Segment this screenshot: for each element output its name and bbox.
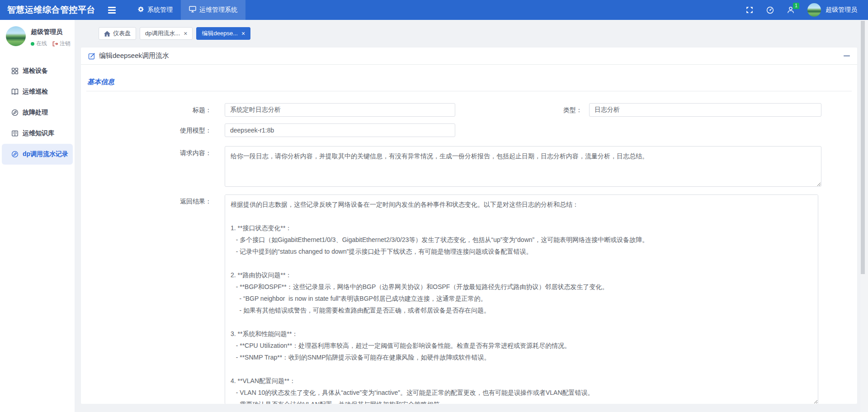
section-title-basic-info: 基本信息 (86, 65, 852, 91)
navbar-right: 1 超级管理员 (746, 3, 857, 17)
notifications-button[interactable]: 1 (787, 6, 794, 14)
close-icon[interactable]: × (241, 30, 245, 37)
dashboard-gauge-icon[interactable] (766, 6, 774, 14)
knowledge-book-icon (11, 130, 19, 137)
page-scrollbar (860, 20, 868, 412)
sidebar-item-knowledge-base[interactable]: 运维知识库 (0, 123, 75, 144)
app-title: 智慧运维综合管控平台 (7, 4, 95, 16)
tab-dashboard[interactable]: 仪表盘 (99, 27, 136, 40)
gear-icon (137, 6, 144, 14)
collapse-panel-icon[interactable] (844, 55, 850, 57)
result-label: 返回结果： (86, 194, 225, 208)
edit-icon (88, 52, 95, 60)
sidebar-username: 超级管理员 (31, 28, 71, 36)
top-navbar: 智慧运维综合管控平台 系统管理 运维管理系统 1 超级管理员 (0, 0, 868, 20)
sidebar-item-ops-inspection[interactable]: 运维巡检 (0, 81, 75, 102)
page-scrollbar-thumb[interactable] (861, 21, 865, 274)
online-status-dot (31, 42, 34, 46)
sidebar-item-inspection-devices[interactable]: 巡检设备 (0, 61, 75, 81)
tab-label: 仪表盘 (113, 29, 131, 38)
logout-icon (52, 41, 58, 47)
request-content-textarea[interactable]: 给你一段日志，请你分析内容，并提取其中的关键信息，有没有异常情况，生成一份分析报… (225, 146, 821, 187)
panel-header: 编辑deepseek调用流水 (81, 47, 857, 65)
hamburger-menu-icon[interactable] (106, 5, 118, 15)
sidebar-menu: 巡检设备 运维巡检 故障处理 运维知识库 dp调用流水记录 (0, 61, 75, 165)
result-content-textarea[interactable]: 根据提供的日志数据，这些记录反映了网络设备在一定时间内发生的各种事件和状态变化。… (225, 194, 818, 404)
type-label: 类型： (455, 103, 589, 117)
circle-pen-icon (11, 109, 19, 116)
title-label: 标题： (86, 103, 225, 117)
model-label: 使用模型： (86, 123, 225, 137)
model-input[interactable] (225, 123, 455, 137)
edit-form: 标题： 类型： 使用模型： 请求内容： 给你一段日志，请你分析内容，并提取其中的… (86, 103, 857, 404)
panel-body: 基本信息 标题： 类型： 使用模型： 请求内容： 给你一段日志，请你分析内容，并… (81, 65, 857, 404)
title-input[interactable] (225, 103, 455, 117)
tab-edit-deepseek[interactable]: 编辑deepse... × (196, 27, 250, 40)
sidebar-item-label: 运维巡检 (23, 88, 48, 96)
tab-label: dp调用流水... (145, 29, 180, 38)
sidebar-item-label: 故障处理 (23, 109, 48, 117)
sidebar-item-fault-handling[interactable]: 故障处理 (0, 102, 75, 123)
panel-title: 编辑deepseek调用流水 (99, 52, 169, 60)
sidebar: 超级管理员 在线 注销 巡检设备 运维巡检 故障处理 运维知识 (0, 20, 75, 412)
nav-item-system-management[interactable]: 系统管理 (129, 0, 181, 20)
sidebar-user-card: 超级管理员 在线 注销 (0, 20, 75, 54)
logout-label: 注销 (60, 40, 71, 47)
tab-dp-call-records[interactable]: dp调用流水... × (140, 27, 193, 40)
avatar (807, 3, 821, 17)
notification-badge: 1 (793, 3, 799, 9)
top-menu: 系统管理 运维管理系统 (129, 0, 245, 20)
close-icon[interactable]: × (184, 30, 187, 37)
online-status-label: 在线 (36, 40, 47, 47)
open-book-icon (11, 88, 19, 95)
nav-item-ops-management[interactable]: 运维管理系统 (181, 0, 245, 20)
avatar (6, 26, 26, 46)
circle-pen-icon (11, 151, 19, 158)
navbar-username: 超级管理员 (826, 6, 857, 14)
nav-item-label: 系统管理 (147, 6, 173, 14)
sidebar-item-dp-call-records[interactable]: dp调用流水记录 (2, 144, 73, 165)
monitor-icon (189, 6, 196, 14)
sidebar-item-label: 巡检设备 (23, 67, 48, 75)
request-label: 请求内容： (86, 146, 225, 160)
home-icon (104, 31, 110, 37)
sidebar-item-label: 运维知识库 (23, 129, 54, 137)
tab-bar: 仪表盘 dp调用流水... × 编辑deepse... × (75, 20, 868, 41)
user-menu[interactable]: 超级管理员 (807, 3, 857, 17)
fullscreen-icon[interactable] (746, 6, 753, 14)
grid-icon (11, 67, 19, 75)
main-area: 仪表盘 dp调用流水... × 编辑deepse... × 编辑deepseek… (75, 20, 868, 412)
nav-item-label: 运维管理系统 (199, 6, 237, 14)
logout-button[interactable]: 注销 (52, 40, 71, 47)
type-input[interactable] (589, 103, 821, 117)
sidebar-item-label: dp调用流水记录 (23, 150, 68, 158)
tab-label: 编辑deepse... (202, 29, 238, 38)
edit-panel: 编辑deepseek调用流水 基本信息 标题： 类型： 使用模型： 请求内容： (81, 47, 857, 404)
